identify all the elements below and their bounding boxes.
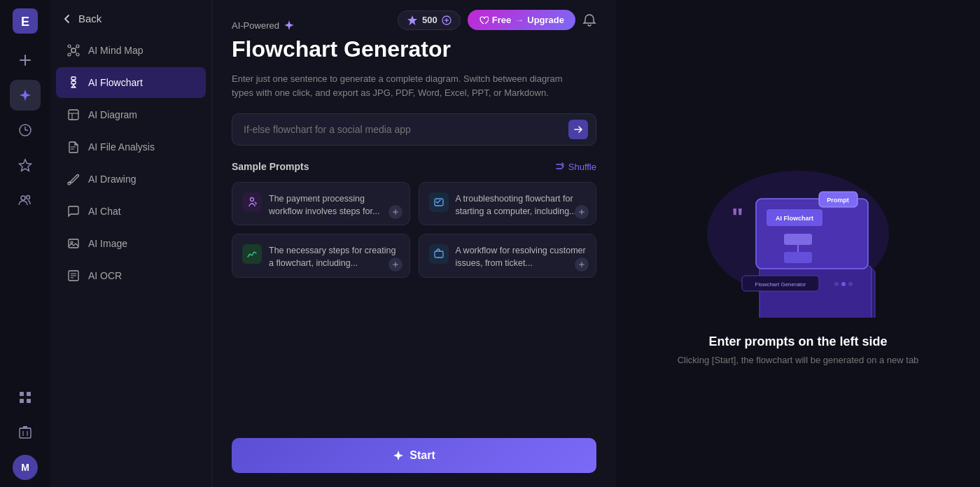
svg-line-25 xyxy=(70,47,71,48)
svg-marker-31 xyxy=(71,85,76,87)
prompt-card-4[interactable]: A workflow for resolving customer issues… xyxy=(419,234,597,277)
prompt-card-3-add-button[interactable]: ＋ xyxy=(388,257,402,271)
apps-button[interactable] xyxy=(10,382,41,413)
sidebar-item-ai-diagram[interactable]: AI Diagram xyxy=(56,99,206,130)
left-sidebar: Back AI Mind Map AI Flowchart AI Diagram… xyxy=(50,0,211,487)
svg-point-41 xyxy=(71,241,73,244)
icon-bar: E M xyxy=(0,0,50,487)
page-title: Flowchart Generator xyxy=(232,36,596,62)
main-content: 500 Free → Upgrade AI-Powered Flowchart … xyxy=(211,0,616,487)
new-item-button[interactable] xyxy=(10,45,41,76)
prompt-card-2-add-button[interactable]: ＋ xyxy=(575,205,589,219)
svg-rect-13 xyxy=(20,399,24,403)
preview-sub: Clicking [Start], the flowchart will be … xyxy=(678,355,919,365)
sparkle-icon xyxy=(284,20,295,31)
right-preview-panel: AI Flowchart Prompt Flowchart Generator xyxy=(616,0,980,487)
svg-line-27 xyxy=(70,52,71,54)
prompt-card-1-add-button[interactable]: ＋ xyxy=(388,205,402,219)
svg-marker-46 xyxy=(407,15,417,25)
shuffle-button[interactable]: Shuffle xyxy=(555,162,596,172)
svg-text:E: E xyxy=(21,15,29,29)
page-description: Enter just one sentence to generate a co… xyxy=(232,72,568,99)
notifications-button[interactable] xyxy=(582,13,596,27)
svg-rect-63 xyxy=(784,252,812,263)
prompt-card-1-icon xyxy=(242,192,262,212)
prompt-card-2[interactable]: A troubleshooting flowchart for starting… xyxy=(419,182,597,225)
svg-rect-34 xyxy=(69,110,78,120)
credits-badge[interactable]: 500 xyxy=(398,10,461,30)
svg-line-28 xyxy=(76,52,77,54)
svg-text:Prompt: Prompt xyxy=(827,197,849,204)
svg-point-69 xyxy=(841,282,846,286)
svg-text:": " xyxy=(732,204,743,232)
prompt-card-2-icon xyxy=(429,192,449,212)
send-prompt-button[interactable] xyxy=(568,120,588,139)
preview-caption: Enter prompts on the left side xyxy=(708,334,887,349)
svg-marker-4 xyxy=(20,90,31,101)
heart-icon xyxy=(479,15,489,25)
prompt-card-4-icon xyxy=(429,244,449,264)
svg-text:Flowchart Generator: Flowchart Generator xyxy=(755,281,806,288)
send-icon xyxy=(574,125,582,134)
ai-drawing-icon xyxy=(66,171,81,187)
recent-button[interactable] xyxy=(10,115,41,146)
svg-point-20 xyxy=(71,48,76,52)
ai-diagram-icon xyxy=(66,107,81,122)
svg-rect-53 xyxy=(435,251,443,257)
preview-illustration: AI Flowchart Prompt Flowchart Generator xyxy=(679,122,917,318)
add-credits-icon xyxy=(442,15,451,25)
svg-point-10 xyxy=(27,196,30,199)
svg-marker-8 xyxy=(20,160,31,171)
sample-prompts-header: Sample Prompts Shuffle xyxy=(232,161,596,172)
sidebar-item-ai-chat[interactable]: AI Chat xyxy=(56,196,206,227)
prompt-card-4-add-button[interactable]: ＋ xyxy=(575,257,589,271)
shuffle-icon xyxy=(555,162,565,171)
app-logo[interactable]: E xyxy=(11,7,39,35)
svg-rect-52 xyxy=(435,199,443,206)
svg-marker-50 xyxy=(284,20,293,30)
ai-image-icon xyxy=(66,236,81,251)
svg-rect-30 xyxy=(71,81,76,84)
ai-button[interactable] xyxy=(10,80,41,111)
svg-rect-40 xyxy=(69,239,78,248)
svg-line-26 xyxy=(76,47,77,48)
svg-point-70 xyxy=(848,282,853,286)
ai-file-analysis-icon xyxy=(66,139,81,155)
prompt-input[interactable] xyxy=(232,113,596,146)
prompt-card-3-icon xyxy=(242,244,262,264)
svg-rect-14 xyxy=(27,399,31,403)
top-bar: 500 Free → Upgrade xyxy=(398,10,596,30)
prompt-card-3[interactable]: The necessary steps for creating a flowc… xyxy=(232,234,410,277)
svg-rect-12 xyxy=(27,392,31,396)
ai-ocr-icon xyxy=(66,268,81,283)
ai-mind-map-icon xyxy=(66,43,81,58)
svg-point-9 xyxy=(21,196,25,200)
svg-text:AI Flowchart: AI Flowchart xyxy=(776,215,813,222)
svg-rect-3 xyxy=(20,59,31,61)
svg-point-68 xyxy=(834,282,839,286)
sidebar-item-ai-drawing[interactable]: AI Drawing xyxy=(56,164,206,195)
back-arrow-icon xyxy=(62,13,73,24)
team-button[interactable] xyxy=(10,185,41,216)
sidebar-item-ai-flowchart[interactable]: AI Flowchart xyxy=(56,67,206,98)
sidebar-item-ai-mind-map[interactable]: AI Mind Map xyxy=(56,35,206,66)
svg-rect-29 xyxy=(71,77,76,80)
svg-point-51 xyxy=(251,198,254,202)
bell-icon xyxy=(582,13,596,27)
credits-icon xyxy=(407,15,418,26)
upgrade-button[interactable]: Free → Upgrade xyxy=(468,10,575,30)
favorites-button[interactable] xyxy=(10,150,41,181)
sidebar-item-ai-file-analysis[interactable]: AI File Analysis xyxy=(56,132,206,162)
back-button[interactable]: Back xyxy=(50,0,211,34)
svg-marker-54 xyxy=(393,451,403,460)
sidebar-item-ai-ocr[interactable]: AI OCR xyxy=(56,260,206,291)
svg-rect-15 xyxy=(20,428,31,438)
start-button[interactable]: Start xyxy=(232,438,596,473)
prompt-input-wrapper xyxy=(232,113,596,146)
user-avatar[interactable]: M xyxy=(13,455,38,480)
prompts-grid: The payment processing workflow involves… xyxy=(232,182,596,278)
prompt-card-1[interactable]: The payment processing workflow involves… xyxy=(232,182,410,225)
trash-button[interactable] xyxy=(10,417,41,448)
sidebar-item-ai-image[interactable]: AI Image xyxy=(56,228,206,259)
ai-flowchart-icon xyxy=(66,75,81,90)
